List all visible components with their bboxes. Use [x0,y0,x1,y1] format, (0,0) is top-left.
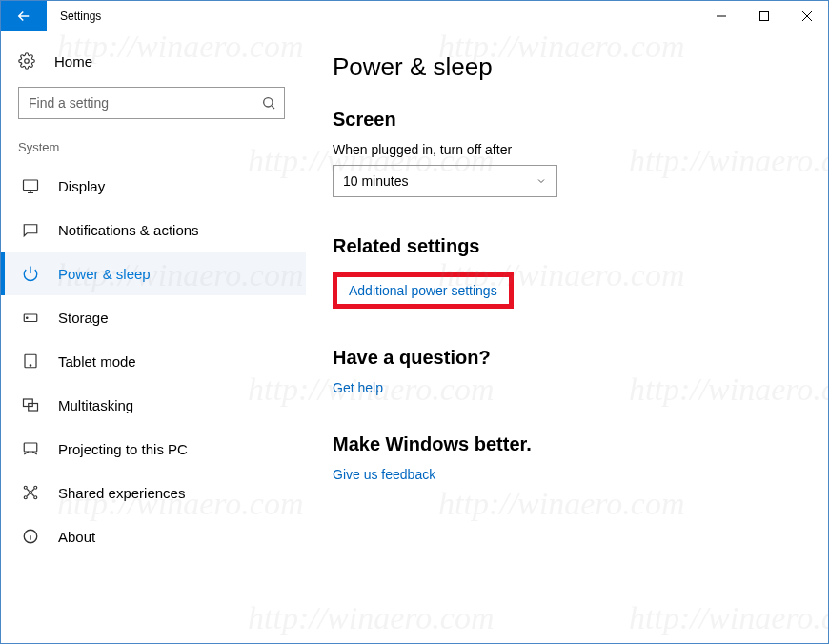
notifications-icon [22,221,39,238]
minimize-button[interactable] [699,1,742,31]
sidebar-item-label: About [58,529,95,545]
related-section: Related settings Additional power settin… [333,235,828,309]
sidebar-item-label: Display [58,178,105,194]
sidebar-item-notifications[interactable]: Notifications & actions [1,208,306,252]
arrow-left-icon [15,8,32,25]
maximize-icon [759,11,769,21]
sidebar-home[interactable]: Home [1,43,306,87]
search-box[interactable] [18,87,285,119]
additional-power-settings-link[interactable]: Additional power settings [349,283,497,298]
sidebar-item-label: Power & sleep [58,266,151,282]
sidebar-item-label: Projecting to this PC [58,441,188,457]
question-heading: Have a question? [333,347,828,369]
storage-icon [22,309,39,326]
sidebar-item-label: Notifications & actions [58,222,199,238]
back-button[interactable] [1,1,47,31]
gear-icon [18,52,35,70]
page-title: Power & sleep [333,52,828,82]
svg-point-7 [30,365,31,367]
sidebar-item-shared[interactable]: Shared experiences [1,471,306,514]
about-icon [22,528,39,545]
chevron-down-icon [536,175,547,187]
window-controls [699,1,828,31]
sidebar-item-multitasking[interactable]: Multitasking [1,383,306,427]
feedback-heading: Make Windows better. [333,433,828,455]
svg-point-11 [30,492,32,494]
settings-window: Settings Home [0,0,829,644]
sidebar-item-label: Shared experiences [58,485,185,501]
screen-timeout-value: 10 minutes [343,173,408,189]
svg-point-5 [27,317,29,319]
sidebar-item-label: Tablet mode [58,353,136,370]
tablet-icon [22,352,39,370]
search-input[interactable] [29,95,261,111]
sidebar-item-tablet[interactable]: Tablet mode [1,339,306,383]
screen-timeout-select[interactable]: 10 minutes [333,165,557,197]
sidebar-item-power[interactable]: Power & sleep [1,252,306,295]
svg-rect-10 [24,443,37,452]
sidebar-item-label: Storage [58,310,109,326]
sidebar-home-label: Home [54,53,92,70]
sidebar: Home System Display [1,31,306,643]
get-help-link[interactable]: Get help [333,380,383,395]
sidebar-nav: Display Notifications & actions Power & … [1,164,306,558]
maximize-button[interactable] [742,1,785,31]
svg-point-1 [25,59,30,64]
highlight-box: Additional power settings [333,272,514,309]
titlebar: Settings [1,1,828,31]
close-icon [802,11,812,21]
sidebar-item-storage[interactable]: Storage [1,295,306,339]
svg-point-15 [34,496,37,499]
feedback-link[interactable]: Give us feedback [333,467,435,482]
sidebar-item-about[interactable]: About [1,514,306,558]
display-icon [22,177,39,194]
sidebar-item-label: Multitasking [58,397,133,413]
feedback-section: Make Windows better. Give us feedback [333,433,828,482]
multitasking-icon [22,396,39,413]
projecting-icon [22,440,39,457]
svg-point-12 [24,486,27,489]
sidebar-group-label: System [1,140,306,164]
minimize-icon [717,11,726,21]
svg-point-14 [24,496,27,499]
power-icon [22,265,39,282]
close-button[interactable] [785,1,828,31]
shared-icon [22,484,39,501]
content-pane: Power & sleep Screen When plugged in, tu… [306,31,828,643]
svg-point-2 [264,98,273,107]
svg-point-13 [34,486,37,489]
window-title: Settings [47,1,114,31]
search-icon [261,95,276,111]
sidebar-item-projecting[interactable]: Projecting to this PC [1,427,306,471]
screen-section: Screen When plugged in, turn off after 1… [333,109,828,197]
related-heading: Related settings [333,235,828,257]
question-section: Have a question? Get help [333,347,828,395]
svg-rect-3 [24,180,38,191]
sidebar-item-display[interactable]: Display [1,164,306,208]
screen-field-label: When plugged in, turn off after [333,142,828,157]
svg-rect-0 [759,12,768,21]
screen-heading: Screen [333,109,828,131]
